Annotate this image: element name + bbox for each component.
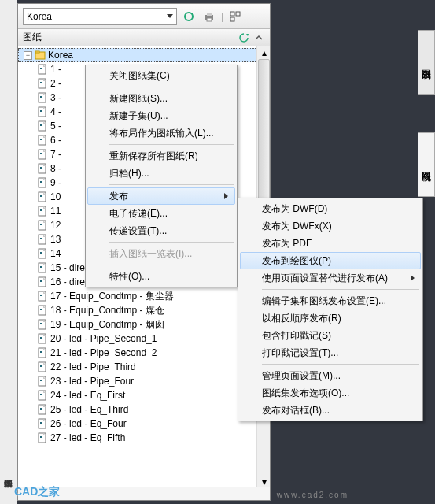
scroll-down-icon[interactable]: ▾: [258, 476, 270, 487]
svg-rect-6: [230, 17, 234, 21]
tree-root[interactable]: −Korea: [18, 48, 270, 62]
sheet-icon: [37, 92, 48, 103]
menu-item[interactable]: 编辑子集和图纸发布设置(E)...: [240, 292, 421, 309]
tree-item[interactable]: 22 - led - Pipe_Third: [18, 360, 270, 374]
expander-icon[interactable]: −: [24, 51, 32, 60]
toolbar: Korea |: [18, 4, 270, 29]
submenu-arrow-icon: [224, 193, 228, 199]
collapse-icon[interactable]: [253, 32, 265, 44]
menu-item[interactable]: 将布局作为图纸输入(L)...: [87, 124, 235, 142]
menu-item[interactable]: 关闭图纸集(C): [87, 67, 235, 84]
sheet-icon: [37, 135, 48, 146]
menu-item[interactable]: 以相反顺序发布(R): [240, 309, 421, 327]
menu-item[interactable]: 包含打印戳记(S): [240, 327, 421, 344]
tree-label: 5 -: [50, 120, 61, 132]
menu-item[interactable]: 使用页面设置替代进行发布(A): [240, 269, 421, 287]
menu-label: 发布对话框(B)...: [262, 404, 330, 417]
sheet-icon: [37, 234, 48, 245]
sheet-icon: [37, 177, 48, 188]
tree-label: 13: [50, 234, 61, 245]
menu-item[interactable]: 发布: [87, 187, 235, 205]
sheet-icon: [37, 319, 48, 330]
tree-label: 3 -: [50, 92, 61, 103]
svg-rect-3: [207, 18, 212, 21]
tree-label: 10: [50, 191, 61, 202]
tree-label: 2 -: [50, 78, 61, 89]
menu-label: 电子传递(E)...: [109, 207, 168, 220]
sheet-icon: [37, 163, 48, 174]
menu-label: 发布为 PDF: [262, 237, 312, 250]
chevron-down-icon: [167, 14, 173, 18]
menu-item[interactable]: 重新保存所有图纸(R): [87, 147, 235, 165]
menu-label: 归档(H)...: [109, 167, 149, 180]
sheet-icon: [37, 361, 48, 372]
watermark-url: www.cad2.com: [277, 491, 348, 499]
sheet-icon: [37, 262, 48, 273]
sheet-icon: [37, 418, 48, 429]
tree-label: 26 - led - Eq_Four: [50, 418, 127, 429]
sheet-icon: [37, 333, 48, 344]
sheet-icon: [37, 347, 48, 358]
menu-label: 打印戳记设置(T)...: [262, 346, 338, 360]
tree-item[interactable]: 20 - led - Pipe_Second_1: [18, 332, 270, 346]
menu-separator: [262, 289, 419, 290]
tree-label: 9 -: [50, 177, 61, 188]
tree-label: 25 - led - Eq_Third: [50, 404, 128, 415]
menu-label: 管理页面设置(M)...: [262, 369, 341, 383]
menu-item[interactable]: 发布到绘图仪(P): [240, 252, 421, 269]
tab-sheet-view[interactable]: 图纸视图: [418, 132, 435, 197]
sheet-icon: [37, 276, 48, 287]
tree-label: 4 -: [50, 106, 61, 117]
tree-item[interactable]: 27 - led - Eq_Fifth: [18, 431, 270, 445]
tree-label: 1 -: [50, 64, 61, 75]
tree-label: 17 - Equip_Condtmp - 集尘器: [50, 290, 174, 303]
scroll-up-icon[interactable]: ▴: [258, 46, 270, 58]
tree-label: 20 - led - Pipe_Second_1: [50, 333, 157, 344]
tree-item[interactable]: 18 - Equip_Condtmp - 煤仓: [18, 303, 270, 317]
tab-sheet-list[interactable]: 图纸列表: [418, 30, 435, 94]
menu-item[interactable]: 归档(H)...: [87, 165, 235, 182]
sheet-icon: [37, 404, 48, 415]
tree-item[interactable]: 21 - led - Pipe_Second_2: [18, 346, 270, 360]
menu-separator: [262, 364, 419, 365]
menu-item[interactable]: 新建子集(U)...: [87, 107, 235, 124]
menu-item[interactable]: 图纸集发布选项(O)...: [240, 384, 421, 402]
menu-item[interactable]: 发布为 DWF(D): [240, 200, 421, 217]
menu-label: 特性(O)...: [109, 270, 149, 284]
menu-item[interactable]: 发布为 PDF: [240, 235, 421, 252]
refresh-icon[interactable]: [238, 32, 250, 44]
sheet-icon: [37, 390, 48, 401]
sheet-icon: [37, 106, 48, 117]
menu-item[interactable]: 传递设置(T)...: [87, 222, 235, 239]
sheet-set-dropdown[interactable]: Korea: [23, 8, 177, 25]
menu-item[interactable]: 管理页面设置(M)...: [240, 367, 421, 384]
tree-item[interactable]: 17 - Equip_Condtmp - 集尘器: [18, 289, 270, 303]
menu-label: 新建图纸(S)...: [109, 92, 168, 106]
tree-label: 22 - led - Pipe_Third: [50, 361, 136, 372]
menu-item[interactable]: 新建图纸(S)...: [87, 90, 235, 107]
print-button[interactable]: [201, 8, 218, 25]
menu-item[interactable]: 发布对话框(B)...: [240, 402, 421, 419]
tree-label: 6 -: [50, 135, 61, 146]
tree-label: 8 -: [50, 163, 61, 174]
menu-label: 以相反顺序发布(R): [262, 312, 341, 325]
tree-item[interactable]: 19 - Equip_Condtmp - 烟囱: [18, 317, 270, 332]
tree-label: 27 - led - Eq_Fifth: [50, 432, 125, 443]
menu-separator: [109, 265, 234, 265]
svg-rect-2: [207, 13, 212, 16]
sheet-icon: [37, 78, 48, 89]
menu-label: 图纸集发布选项(O)...: [262, 387, 349, 400]
sheet-icon: [37, 149, 48, 160]
tree-item[interactable]: 23 - led - Pipe_Four: [18, 374, 270, 388]
menu-item[interactable]: 电子传递(E)...: [87, 205, 235, 222]
publish-submenu: 发布为 DWF(D)发布为 DWFx(X)发布为 PDF发布到绘图仪(P)使用页…: [238, 198, 423, 421]
tree-item[interactable]: 26 - led - Eq_Four: [18, 417, 270, 431]
section-title: 图纸: [23, 31, 42, 44]
tree-item[interactable]: 25 - led - Eq_Third: [18, 402, 270, 417]
menu-item[interactable]: 特性(O)...: [87, 268, 235, 285]
layout-button[interactable]: [227, 8, 244, 25]
menu-item[interactable]: 发布为 DWFx(X): [240, 217, 421, 235]
refresh-button[interactable]: [180, 8, 197, 25]
tree-item[interactable]: 24 - led - Eq_First: [18, 388, 270, 402]
menu-item[interactable]: 打印戳记设置(T)...: [240, 344, 421, 361]
